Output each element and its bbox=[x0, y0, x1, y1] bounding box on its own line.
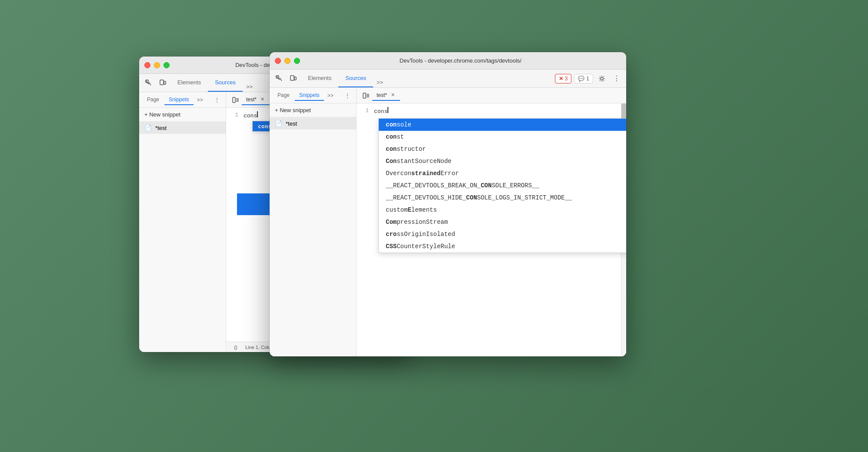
editor-tab-test-back[interactable]: test* ✕ bbox=[242, 95, 270, 105]
svg-rect-13 bbox=[294, 77, 296, 80]
svg-point-14 bbox=[601, 77, 603, 80]
editor-tab-close-back[interactable]: ✕ bbox=[259, 96, 265, 103]
close-button-back[interactable] bbox=[144, 62, 150, 68]
ac-rb-rest: SOLE_ERRORS__ bbox=[492, 182, 539, 189]
snippet-list-front: 📄 *test bbox=[270, 117, 356, 356]
settings-icon-front[interactable] bbox=[596, 73, 608, 85]
tab-elements-back[interactable]: Elements bbox=[170, 74, 208, 92]
autocomplete-item-react-hide[interactable]: __REACT_DEVTOOLS_HIDE_CONSOLE_LOGS_IN_ST… bbox=[379, 192, 626, 204]
ac-ce-text: custom bbox=[386, 206, 407, 213]
snippet-label-back: *test bbox=[155, 125, 167, 131]
errors-badge-front[interactable]: ✕ 3 bbox=[555, 74, 572, 83]
snippet-list-back: 📄 *test bbox=[139, 122, 226, 352]
line-code-front: cons bbox=[374, 107, 626, 115]
snippet-item-test-front[interactable]: 📄 *test bbox=[270, 117, 356, 130]
ac-ce-bold: E bbox=[407, 206, 411, 213]
sidebar-tab-more-front[interactable]: >> bbox=[325, 91, 336, 100]
new-snippet-btn-back[interactable]: + New snippet bbox=[139, 108, 226, 122]
ac-rh-pre: __REACT_DEVTOOLS_HIDE_ bbox=[386, 194, 466, 201]
sidebar-tab-page-front[interactable]: Page bbox=[273, 90, 294, 101]
inspector-icon-front[interactable] bbox=[273, 73, 285, 85]
ac-csn-bold: Con bbox=[386, 158, 397, 165]
autocomplete-item-const[interactable]: const bbox=[379, 131, 626, 143]
navigator-icon-front[interactable] bbox=[360, 90, 372, 102]
ac-oce-rest: Error bbox=[441, 170, 459, 177]
sidebar-back: Page Snippets >> ⋮ + New snippet 📄 *test bbox=[139, 92, 226, 352]
traffic-lights-front[interactable] bbox=[275, 58, 300, 64]
error-x-icon: ✕ bbox=[559, 76, 563, 82]
maximize-button-back[interactable] bbox=[164, 62, 170, 68]
ac-csn-rest: stantSourceNode bbox=[397, 158, 451, 165]
svg-rect-2 bbox=[164, 81, 166, 84]
devtools-toolbar-front: Elements Sources >> ✕ 3 💬 1 ⋮ bbox=[270, 70, 626, 88]
editor-tab-label-front: test* bbox=[377, 92, 387, 98]
editor-tabs-front: test* ✕ bbox=[357, 88, 626, 103]
main-tabs-front: Elements Sources >> bbox=[301, 70, 553, 87]
new-snippet-btn-front[interactable]: + New snippet bbox=[270, 103, 356, 117]
sidebar-tab-page-back[interactable]: Page bbox=[143, 95, 164, 105]
cursor-back bbox=[257, 111, 258, 117]
message-icon: 💬 bbox=[578, 76, 584, 82]
autocomplete-item-crossoriginisolated[interactable]: crossOriginIsolated bbox=[379, 228, 626, 240]
editor-line-1-front: 1 cons bbox=[357, 107, 626, 115]
editor-content-front[interactable]: 1 cons console const bbox=[357, 103, 626, 356]
device-icon-front[interactable] bbox=[287, 73, 299, 85]
autocomplete-item-console[interactable]: console bbox=[379, 119, 626, 131]
tab-sources-back[interactable]: Sources bbox=[208, 74, 243, 92]
autocomplete-item-constantsourcenode[interactable]: ConstantSourceNode bbox=[379, 155, 626, 167]
cursor-front bbox=[387, 107, 388, 113]
kebab-menu-icon-front[interactable]: ⋮ bbox=[342, 90, 353, 101]
devtools-body-front: Page Snippets >> ⋮ + New snippet 📄 *test bbox=[270, 88, 626, 356]
ac-css-bold: CSS bbox=[386, 243, 397, 250]
sidebar-tab-snippets-front[interactable]: Snippets bbox=[295, 90, 324, 101]
ac-constructor-rest: structor bbox=[397, 146, 426, 153]
traffic-lights-back[interactable] bbox=[144, 62, 170, 68]
ac-oce-pre: Overcon bbox=[386, 170, 411, 177]
svg-rect-3 bbox=[233, 97, 235, 103]
snippet-icon-back: 📄 bbox=[144, 124, 152, 131]
kebab-menu-icon-back[interactable]: ⋮ bbox=[212, 95, 222, 105]
editor-tab-test-front[interactable]: test* ✕ bbox=[372, 90, 400, 101]
error-count: 3 bbox=[565, 76, 568, 82]
ac-comp-bold: Com bbox=[386, 219, 397, 226]
sidebar-actions-back: ⋮ bbox=[212, 95, 222, 105]
snippet-icon-front: 📄 bbox=[275, 120, 282, 127]
editor-tab-close-front[interactable]: ✕ bbox=[390, 92, 396, 98]
device-icon[interactable] bbox=[157, 77, 169, 89]
ac-console-rest: sole bbox=[397, 121, 411, 128]
autocomplete-item-compressionstream[interactable]: CompressionStream bbox=[379, 216, 626, 228]
ac-console-bold: con bbox=[386, 121, 397, 128]
navigator-icon-back[interactable] bbox=[230, 94, 242, 106]
autocomplete-item-customelements[interactable]: customElements bbox=[379, 204, 626, 216]
ac-rb-bold: CON bbox=[481, 182, 491, 189]
sidebar-tab-snippets-back[interactable]: Snippets bbox=[164, 95, 194, 105]
message-count: 1 bbox=[586, 76, 589, 82]
ac-rh-bold: CON bbox=[466, 194, 477, 201]
autocomplete-dropdown-front: console const constructor ConstantSource… bbox=[378, 118, 626, 253]
autocomplete-item-constructor[interactable]: constructor bbox=[379, 143, 626, 155]
messages-badge-front[interactable]: 💬 1 bbox=[574, 74, 593, 83]
autocomplete-item-overconstrainederror[interactable]: OverconstrainedError bbox=[379, 167, 626, 179]
tab-more-front[interactable]: >> bbox=[373, 77, 387, 87]
format-icon-back[interactable]: {} bbox=[231, 343, 240, 352]
inspector-icon[interactable] bbox=[143, 77, 155, 89]
sidebar-front: Page Snippets >> ⋮ + New snippet 📄 *test bbox=[270, 88, 357, 356]
autocomplete-item-react-break[interactable]: __REACT_DEVTOOLS_BREAK_ON_CONSOLE_ERRORS… bbox=[379, 179, 626, 192]
ac-oce-bold: strained bbox=[411, 170, 441, 177]
minimize-button-front[interactable] bbox=[284, 58, 290, 64]
titlebar-front: DevTools - developer.chrome.com/tags/dev… bbox=[270, 52, 626, 70]
ac-constructor-bold: con bbox=[386, 146, 397, 153]
tab-sources-front[interactable]: Sources bbox=[338, 70, 373, 87]
sidebar-tab-more-back[interactable]: >> bbox=[194, 95, 206, 105]
close-button-front[interactable] bbox=[275, 58, 281, 64]
tab-more-back[interactable]: >> bbox=[243, 82, 256, 92]
ac-const-rest: st bbox=[397, 133, 404, 140]
minimize-button-back[interactable] bbox=[154, 62, 160, 68]
autocomplete-item-csscounterstyle[interactable]: CSSCounterStyleRule bbox=[379, 240, 626, 253]
ac-coi-rest: ssOriginIsolated bbox=[397, 231, 455, 238]
more-icon-front[interactable]: ⋮ bbox=[611, 73, 623, 85]
tab-elements-front[interactable]: Elements bbox=[301, 70, 338, 87]
ac-rh-rest: SOLE_LOGS_IN_STRICT_MODE__ bbox=[477, 194, 572, 201]
snippet-item-test-back[interactable]: 📄 *test bbox=[139, 122, 226, 134]
maximize-button-front[interactable] bbox=[294, 58, 300, 64]
